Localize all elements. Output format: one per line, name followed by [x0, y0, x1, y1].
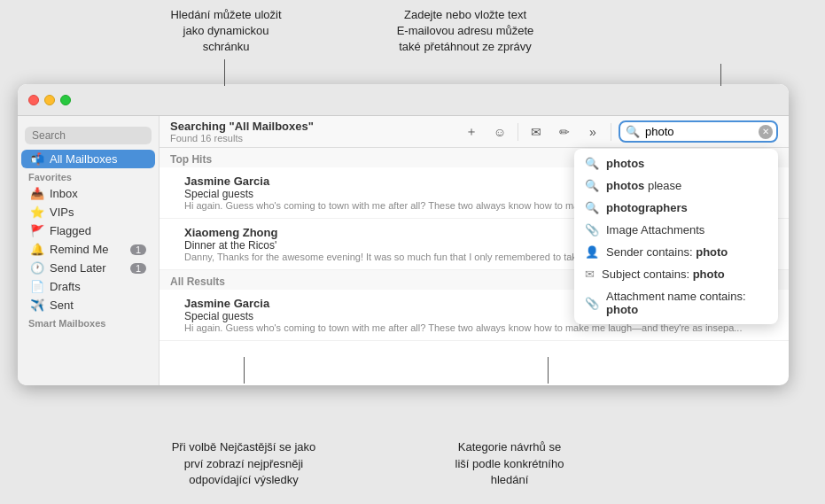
new-message-button[interactable]: ✉ [525, 121, 547, 143]
sidebar-item-vips[interactable]: ⭐ VIPs [21, 203, 155, 221]
dropdown-item-photos-please[interactable]: 🔍 photos please [574, 174, 778, 197]
annotation-top-right: Zadejte nebo vložte text E-mailovou adre… [372, 7, 558, 56]
more-icon: » [589, 125, 596, 139]
dropdown-attachment-name-text: Attachment name contains: photo [606, 290, 767, 316]
toolbar-searching-label: Searching "All Mailboxes" [170, 120, 454, 133]
sidebar-item-remind-me[interactable]: 🔔 Remind Me 1 [21, 240, 155, 259]
annotation-line-br [548, 357, 549, 384]
sent-icon: ✈️ [30, 299, 44, 312]
dropdown-item-sender-contains[interactable]: 👤 Sender contains: photo [574, 241, 778, 263]
search-dropdown: 🔍 photos 🔍 photos please 🔍 photographers [574, 149, 778, 324]
read-indicator-1 [170, 178, 177, 185]
edit-icon: ✏ [559, 125, 570, 139]
attachment-icon: 📎 [585, 223, 599, 236]
annotation-line-bl [244, 357, 245, 384]
sidebar-item-send-later[interactable]: 🕐 Send Later 1 [21, 259, 155, 277]
sidebar-sent-label: Sent [50, 299, 74, 312]
sidebar: 📬 All Mailboxes Favorites 📥 Inbox ⭐ VIPs… [18, 116, 160, 385]
dropdown-photos-text: photos [606, 157, 644, 170]
plus-icon: ＋ [465, 124, 478, 140]
dropdown-item-photographers[interactable]: 🔍 photographers [574, 197, 778, 219]
search-suggestion-icon-2: 🔍 [585, 179, 599, 192]
remind-icon: 🔔 [30, 243, 44, 256]
emoji-button[interactable]: ☺ [489, 121, 510, 143]
mailbox-icon: 📬 [30, 152, 44, 166]
remind-badge: 1 [130, 244, 146, 255]
subject-icon: ✉ [585, 268, 595, 281]
vip-icon: ⭐ [30, 205, 44, 219]
message-sender-2: Xiaomeng Zhong [184, 226, 277, 239]
search-icon: 🔍 [626, 125, 640, 138]
search-box-container: 🔍 ✕ 🔍 photos 🔍 photos please [619, 120, 778, 143]
search-clear-button[interactable]: ✕ [759, 125, 773, 139]
dropdown-photos-please-text: photos please [606, 179, 681, 192]
add-mailbox-button[interactable]: ＋ [461, 121, 482, 143]
minimize-button[interactable] [44, 95, 55, 105]
maximize-button[interactable] [60, 95, 71, 105]
toolbar-divider-2 [611, 123, 611, 141]
sidebar-search-input[interactable] [25, 127, 152, 144]
content-area: 📬 All Mailboxes Favorites 📥 Inbox ⭐ VIPs… [18, 116, 789, 385]
message-sender-3: Jasmine Garcia [184, 297, 269, 310]
send-later-badge: 1 [130, 263, 146, 274]
dropdown-item-image-attachments[interactable]: 📎 Image Attachments [574, 219, 778, 241]
dropdown-photographers-text: photographers [606, 201, 688, 214]
main-panel: Searching "All Mailboxes" Found 16 resul… [160, 116, 789, 385]
read-indicator-2 [170, 229, 177, 236]
sidebar-flagged-label: Flagged [50, 224, 91, 237]
sidebar-send-later-label: Send Later [50, 261, 106, 275]
dropdown-subject-text: Subject contains: photo [602, 268, 725, 281]
sidebar-item-drafts[interactable]: 📄 Drafts [21, 277, 155, 296]
sidebar-vips-label: VIPs [50, 205, 74, 219]
title-bar [18, 84, 789, 116]
sidebar-favorites-label: Favorites [18, 168, 159, 184]
annotation-bottom-right: Kategorie návrhů se liší podle konkrétní… [425, 439, 594, 488]
edit-button[interactable]: ✏ [554, 121, 575, 143]
annotation-bottom-left: Při volbě Nejčastější se jako prví zobra… [151, 439, 337, 488]
sidebar-item-inbox[interactable]: 📥 Inbox [21, 184, 155, 203]
dropdown-item-subject-contains[interactable]: ✉ Subject contains: photo [574, 263, 778, 285]
message-sender-1: Jasmine Garcia [184, 174, 269, 188]
more-button[interactable]: » [582, 121, 603, 143]
search-input[interactable] [619, 120, 778, 143]
sidebar-item-all-mailboxes[interactable]: 📬 All Mailboxes [21, 150, 155, 168]
toolbar-divider [518, 123, 518, 141]
compose-icon: ✉ [531, 125, 541, 139]
toolbar-title-area: Searching "All Mailboxes" Found 16 resul… [170, 120, 454, 143]
search-suggestion-icon: 🔍 [585, 157, 599, 170]
sidebar-item-flagged[interactable]: 🚩 Flagged [21, 221, 155, 240]
sidebar-item-sent[interactable]: ✈️ Sent [21, 296, 155, 314]
annotation-top-left: Hledání můžete uložit jako dynamickou sc… [151, 7, 301, 56]
annotation-line-tl [224, 59, 225, 86]
flag-icon: 🚩 [30, 224, 44, 237]
sender-icon: 👤 [585, 245, 599, 259]
close-button[interactable] [28, 95, 39, 105]
sidebar-inbox-label: Inbox [50, 187, 78, 200]
read-indicator-3 [170, 300, 177, 307]
smiley-icon: ☺ [494, 125, 506, 139]
toolbar: Searching "All Mailboxes" Found 16 resul… [160, 116, 789, 148]
dropdown-item-photos[interactable]: 🔍 photos [574, 152, 778, 174]
sidebar-remind-label: Remind Me [50, 243, 108, 256]
search-suggestion-icon-3: 🔍 [585, 201, 599, 214]
annotation-line-tr [720, 64, 721, 86]
drafts-icon: 📄 [30, 280, 44, 293]
sidebar-all-mailboxes-label: All Mailboxes [50, 152, 118, 166]
dropdown-item-attachment-name[interactable]: 📎 Attachment name contains: photo [574, 285, 778, 321]
inbox-icon: 📥 [30, 187, 44, 200]
send-later-icon: 🕐 [30, 261, 44, 275]
dropdown-sender-text: Sender contains: photo [606, 245, 728, 259]
dropdown-image-attachments-text: Image Attachments [606, 223, 704, 236]
sidebar-smart-mailboxes-label: Smart Mailboxes [18, 314, 159, 330]
sidebar-search-section [18, 123, 159, 150]
toolbar-found-label: Found 16 results [170, 133, 454, 143]
attachment-name-icon: 📎 [585, 297, 599, 310]
mail-window: 📬 All Mailboxes Favorites 📥 Inbox ⭐ VIPs… [18, 84, 789, 385]
traffic-lights [28, 95, 71, 105]
sidebar-drafts-label: Drafts [50, 280, 81, 293]
